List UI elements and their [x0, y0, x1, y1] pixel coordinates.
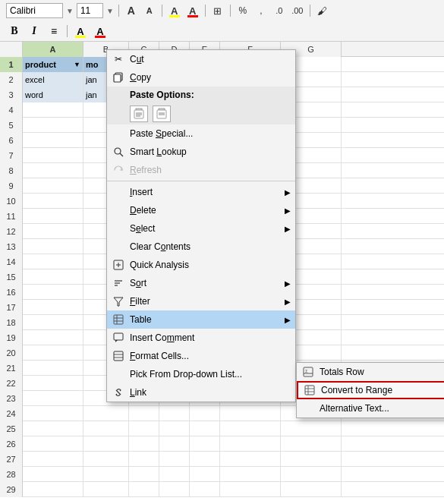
bold-button[interactable]: B: [6, 24, 23, 39]
svg-rect-33: [305, 386, 314, 395]
convert-range-icon: [303, 383, 316, 397]
ctx-filter[interactable]: Filter ▶: [107, 292, 295, 310]
align-button[interactable]: ≡: [46, 24, 62, 39]
submenu-convert-to-range[interactable]: Convert to Range: [297, 381, 444, 399]
paste-special-icon: [112, 127, 125, 140]
select-arrow: ▶: [285, 225, 291, 233]
ctx-link[interactable]: Link: [107, 383, 295, 402]
ctx-pick-dropdown[interactable]: Pick From Drop-down List...: [107, 365, 295, 383]
ctx-sort[interactable]: Sort ▶: [107, 274, 295, 292]
ctx-copy-label: Copy: [130, 72, 151, 83]
toolbar-sep-2: [162, 5, 162, 17]
percent-icon[interactable]: %: [235, 3, 250, 18]
font-color-btn2[interactable]: A: [92, 24, 109, 39]
toolbar-sep-3: [205, 5, 206, 17]
ctx-quick-analysis-label: Quick Analysis: [130, 260, 189, 270]
dropdown-icon: [112, 367, 125, 381]
table-row: 28: [0, 467, 444, 482]
cell-A2[interactable]: excel: [23, 72, 83, 87]
ctx-pick-label: Pick From Drop-down List...: [130, 369, 242, 380]
cell-A3[interactable]: word: [23, 87, 83, 102]
ctx-sort-label: Sort: [130, 278, 146, 288]
font-color-icon[interactable]: A: [185, 3, 200, 18]
dec-increase-icon[interactable]: .0: [272, 3, 287, 18]
svg-line-29: [117, 391, 120, 394]
svg-line-12: [120, 153, 123, 156]
ctx-paste-special[interactable]: Paste Special...: [107, 124, 295, 143]
quick-analysis-icon: [112, 258, 125, 272]
ctx-format-label: Format Cells...: [130, 351, 189, 361]
ctx-link-label: Link: [130, 387, 146, 398]
submenu-alt-text[interactable]: Alternative Text...: [297, 399, 444, 417]
copy-icon: [112, 71, 125, 84]
ctx-cut[interactable]: ✂ Cut: [107, 50, 295, 68]
row-num-1: 1: [0, 57, 23, 72]
italic-button[interactable]: I: [26, 24, 43, 39]
ctx-select[interactable]: Select ▶: [107, 219, 295, 238]
alt-text-icon: [301, 402, 315, 415]
highlight-btn2[interactable]: A: [72, 24, 89, 39]
paste-btn-2[interactable]: [153, 106, 171, 122]
ctx-table[interactable]: Table ▶: [107, 310, 295, 329]
svg-rect-8: [157, 110, 166, 118]
ctx-sep-1: [107, 181, 295, 181]
table-row: 27: [0, 452, 444, 467]
ctx-insert[interactable]: Insert ▶: [107, 183, 295, 201]
paste-icons-row: [107, 103, 295, 124]
cell-A1[interactable]: product ▼: [23, 57, 83, 72]
svg-rect-26: [114, 351, 123, 361]
svg-point-11: [115, 148, 121, 154]
spreadsheet: ▼ ▼ A A A A ⊞ % , .0 .00 🖌: [0, 0, 444, 504]
corner-header: [0, 42, 23, 57]
ctx-quick-analysis[interactable]: Quick Analysis: [107, 256, 295, 274]
toolbar-sep-6: [67, 25, 68, 37]
row-num-3: 3: [0, 87, 23, 102]
font-size-dropdown[interactable]: ▼: [106, 7, 114, 15]
ctx-copy[interactable]: Copy: [107, 68, 295, 87]
paste-options-text: Paste Options:: [130, 90, 194, 100]
col-header-A[interactable]: A: [23, 42, 83, 57]
filter-arrow: ▶: [285, 298, 291, 306]
ctx-format-cells[interactable]: Format Cells...: [107, 347, 295, 365]
table-row: 26: [0, 436, 444, 452]
smart-lookup-icon: [112, 145, 125, 159]
toolbar-sep-4: [230, 5, 231, 17]
submenu-alt-text-label: Alternative Text...: [320, 403, 389, 414]
highlight-color-icon[interactable]: A: [167, 3, 182, 18]
table-row: 25: [0, 421, 444, 436]
refresh-icon: [112, 163, 125, 177]
svg-rect-3: [134, 110, 143, 118]
dec-decrease-icon[interactable]: .00: [290, 3, 305, 18]
link-icon: [112, 386, 125, 399]
submenu-totals-row[interactable]: Σ Totals Row: [297, 363, 444, 381]
ctx-delete-label: Delete: [130, 205, 156, 216]
ctx-table-label: Table: [130, 314, 152, 325]
paste-btn-1[interactable]: [130, 106, 148, 122]
ctx-delete[interactable]: Delete ▶: [107, 201, 295, 219]
ctx-insert-comment[interactable]: Insert Comment: [107, 329, 295, 347]
border-icon[interactable]: ⊞: [210, 3, 225, 18]
clear-icon: [112, 240, 125, 254]
ctx-smart-lookup[interactable]: Smart Lookup: [107, 143, 295, 161]
ctx-refresh[interactable]: Refresh: [107, 161, 295, 179]
ctx-clear-contents[interactable]: Clear Contents: [107, 238, 295, 256]
font-name-dropdown[interactable]: ▼: [66, 7, 74, 15]
table-row: 29: [0, 482, 444, 497]
decrease-font-icon[interactable]: A: [142, 3, 157, 18]
font-size-input[interactable]: [77, 3, 103, 18]
svg-rect-20: [114, 315, 123, 324]
increase-font-icon[interactable]: A: [124, 3, 139, 18]
paint-icon[interactable]: 🖌: [315, 3, 330, 18]
delete-icon: [112, 203, 125, 217]
filter-icon: [112, 295, 125, 308]
ctx-cut-label: Cut: [130, 54, 144, 65]
svg-rect-24: [114, 333, 123, 340]
comma-icon[interactable]: ,: [253, 3, 269, 18]
svg-text:Σ: Σ: [305, 369, 308, 373]
table-icon: [112, 313, 125, 326]
insert-arrow: ▶: [285, 188, 291, 197]
toolbar-row1: ▼ ▼ A A A A ⊞ % , .0 .00 🖌: [0, 0, 444, 21]
font-name-input[interactable]: [6, 3, 63, 18]
submenu-convert-label: Convert to Range: [321, 385, 392, 395]
paste-options-label: Paste Options:: [107, 87, 295, 103]
